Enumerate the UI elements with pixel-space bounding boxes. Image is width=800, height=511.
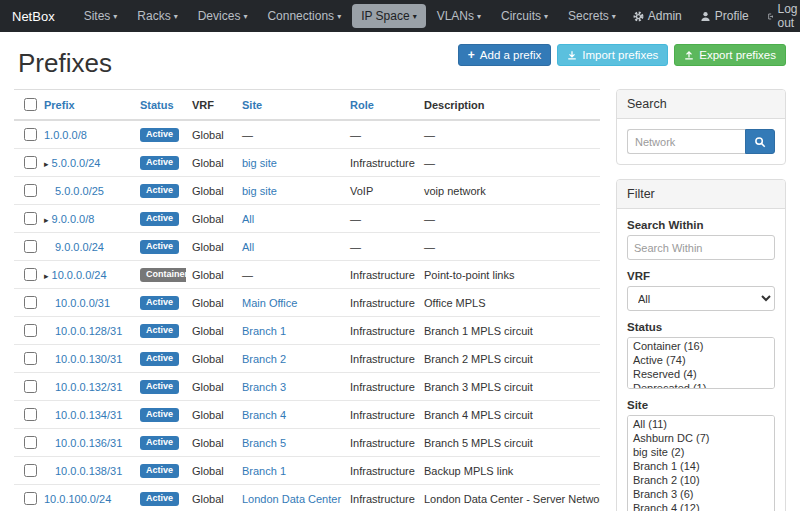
prefix-link[interactable]: 10.0.0.134/31 [55, 409, 122, 421]
filter-option[interactable]: Active (74) [629, 353, 773, 367]
site-link[interactable]: London Data Center [242, 493, 341, 505]
row-checkbox[interactable] [24, 436, 37, 449]
row-checkbox[interactable] [24, 296, 37, 309]
search-input[interactable] [627, 129, 745, 154]
select-all-checkbox[interactable] [24, 98, 37, 111]
import-prefixes-button[interactable]: Import prefixes [557, 44, 668, 66]
row-checkbox[interactable] [24, 212, 37, 225]
prefix-link[interactable]: 10.0.0.132/31 [55, 381, 122, 393]
table-row: 10.0.100.0/24ActiveGlobalLondon Data Cen… [14, 485, 600, 511]
prefix-link[interactable]: 10.0.0.0/24 [52, 269, 107, 281]
expand-caret-icon[interactable]: ▸ [44, 271, 49, 281]
row-checkbox[interactable] [24, 268, 37, 281]
site-link[interactable]: Branch 2 [242, 353, 286, 365]
prefix-link[interactable]: 10.0.0.130/31 [55, 353, 122, 365]
add-prefix-button[interactable]: + Add a prefix [458, 44, 551, 66]
nav-item-connections[interactable]: Connections▾ [258, 4, 350, 28]
export-prefixes-button[interactable]: Export prefixes [674, 44, 786, 66]
nav-item-vlans[interactable]: VLANs▾ [428, 4, 490, 28]
filter-option[interactable]: Ashburn DC (7) [629, 431, 773, 445]
table-row: 10.0.0.132/31ActiveGlobalBranch 3Infrast… [14, 373, 600, 401]
site-link[interactable]: Branch 1 [242, 465, 286, 477]
table-row: ▸9.0.0.0/8ActiveGlobalAll—— [14, 205, 600, 233]
description-cell: — [418, 120, 600, 149]
status-badge: Active [140, 212, 179, 226]
expand-caret-icon[interactable]: ▸ [44, 215, 49, 225]
nav-item-ip-space[interactable]: IP Space▾ [352, 4, 426, 28]
empty-value: — [242, 129, 253, 141]
nav-item-circuits[interactable]: Circuits▾ [492, 4, 557, 28]
expand-caret-icon[interactable]: ▸ [44, 159, 49, 169]
prefix-link[interactable]: 10.0.0.0/31 [55, 297, 110, 309]
vrf-select[interactable]: All [627, 286, 775, 311]
filter-option[interactable]: Deprecated (1) [629, 381, 773, 389]
filter-option[interactable]: Branch 3 (6) [629, 487, 773, 501]
site-link[interactable]: Main Office [242, 297, 297, 309]
site-link[interactable]: Branch 3 [242, 381, 286, 393]
row-checkbox[interactable] [24, 464, 37, 477]
row-checkbox[interactable] [24, 380, 37, 393]
logout-link[interactable]: Log out [761, 0, 800, 34]
column-header-role[interactable]: Role [350, 99, 374, 111]
table-row: 9.0.0.0/24ActiveGlobalAll—— [14, 233, 600, 261]
description-cell: — [418, 233, 600, 261]
search-panel: Search [616, 89, 786, 165]
nav-item-sites[interactable]: Sites▾ [75, 4, 127, 28]
prefix-link[interactable]: 10.0.100.0/24 [44, 493, 111, 505]
site-link[interactable]: Branch 5 [242, 437, 286, 449]
row-checkbox[interactable] [24, 156, 37, 169]
brand-link[interactable]: NetBox [12, 9, 55, 24]
gear-icon [633, 11, 644, 22]
filter-option[interactable]: Reserved (4) [629, 367, 773, 381]
column-header-status[interactable]: Status [140, 99, 174, 111]
filter-option[interactable]: Branch 4 (12) [629, 501, 773, 511]
vrf-cell: Global [186, 429, 236, 457]
vrf-cell: Global [186, 485, 236, 511]
prefix-link[interactable]: 10.0.0.128/31 [55, 325, 122, 337]
filter-panel: Filter Search Within VRF All Status Cont… [616, 179, 786, 511]
column-header-prefix[interactable]: Prefix [44, 99, 75, 111]
prefix-link[interactable]: 5.0.0.0/25 [55, 185, 104, 197]
column-header-site[interactable]: Site [242, 99, 262, 111]
status-filter-list[interactable]: Container (16)Active (74)Reserved (4)Dep… [627, 337, 775, 389]
row-checkbox[interactable] [24, 240, 37, 253]
profile-link[interactable]: Profile [694, 5, 755, 27]
prefix-link[interactable]: 10.0.0.136/31 [55, 437, 122, 449]
page-header: Prefixes + Add a prefix Import prefixes … [14, 40, 786, 89]
description-cell: Branch 5 MPLS circuit [418, 429, 600, 457]
prefix-link[interactable]: 5.0.0.0/24 [52, 157, 101, 169]
plus-icon: + [468, 49, 475, 61]
admin-link[interactable]: Admin [627, 5, 688, 27]
table-row: 10.0.0.128/31ActiveGlobalBranch 1Infrast… [14, 317, 600, 345]
filter-option[interactable]: All (11) [629, 417, 773, 431]
prefix-link[interactable]: 10.0.0.138/31 [55, 465, 122, 477]
status-badge: Container [140, 268, 186, 282]
search-button[interactable] [745, 129, 775, 154]
row-checkbox[interactable] [24, 184, 37, 197]
filter-option[interactable]: Container (16) [629, 339, 773, 353]
filter-option[interactable]: big site (2) [629, 445, 773, 459]
nav-item-devices[interactable]: Devices▾ [189, 4, 257, 28]
site-link[interactable]: All [242, 241, 254, 253]
row-checkbox[interactable] [24, 324, 37, 337]
site-link[interactable]: Branch 4 [242, 409, 286, 421]
prefix-link[interactable]: 9.0.0.0/8 [52, 213, 95, 225]
row-checkbox[interactable] [24, 352, 37, 365]
prefix-link[interactable]: 9.0.0.0/24 [55, 241, 104, 253]
row-checkbox[interactable] [24, 408, 37, 421]
nav-item-secrets[interactable]: Secrets▾ [559, 4, 625, 28]
row-checkbox[interactable] [24, 492, 37, 505]
search-within-input[interactable] [627, 235, 775, 260]
site-filter-list[interactable]: All (11)Ashburn DC (7)big site (2)Branch… [627, 415, 775, 511]
site-link[interactable]: All [242, 213, 254, 225]
add-prefix-label: Add a prefix [480, 49, 541, 61]
site-link[interactable]: Branch 1 [242, 325, 286, 337]
site-link[interactable]: big site [242, 185, 277, 197]
site-link[interactable]: big site [242, 157, 277, 169]
chevron-down-icon: ▾ [612, 12, 616, 21]
nav-item-racks[interactable]: Racks▾ [128, 4, 186, 28]
prefix-link[interactable]: 1.0.0.0/8 [44, 129, 87, 141]
filter-option[interactable]: Branch 2 (10) [629, 473, 773, 487]
row-checkbox[interactable] [24, 128, 37, 141]
filter-option[interactable]: Branch 1 (14) [629, 459, 773, 473]
